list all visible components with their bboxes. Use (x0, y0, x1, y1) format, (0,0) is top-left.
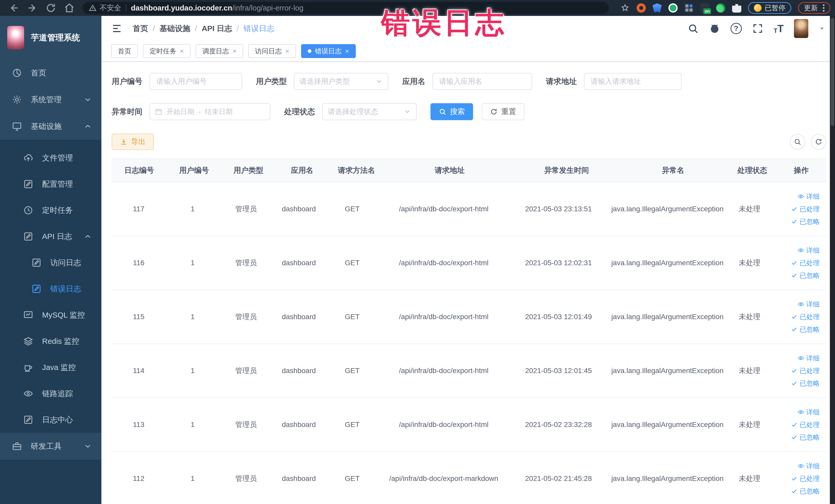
sidebar-item-api-log[interactable]: API 日志 (0, 223, 101, 249)
row-action-detail[interactable]: 详细 (797, 354, 820, 363)
grid-extension-icon[interactable] (684, 3, 694, 13)
toggle-search-button[interactable] (790, 134, 805, 149)
row-action-processed[interactable]: 已处理 (791, 474, 820, 483)
row-action-processed[interactable]: 已处理 (791, 313, 820, 321)
sidebar-item-error-log[interactable]: 错误日志 (0, 276, 101, 302)
check-icon (791, 206, 797, 212)
tab-error-log[interactable]: 错误日志× (301, 44, 356, 58)
fullscreen-icon[interactable] (752, 23, 763, 34)
row-action-detail[interactable]: 详细 (797, 246, 820, 255)
tab-access-log[interactable]: 访问日志× (248, 44, 296, 58)
extension-icon[interactable] (636, 3, 646, 13)
row-action-detail[interactable]: 详细 (797, 408, 820, 417)
row-action-ignored[interactable]: 已忽略 (791, 433, 820, 442)
green-extension-icon[interactable] (668, 3, 678, 13)
row-action-ignored[interactable]: 已忽略 (791, 325, 820, 334)
caret-down-icon[interactable] (819, 25, 825, 32)
refresh-icon[interactable] (45, 2, 57, 14)
tab-scheduled-tasks[interactable]: 定时任务× (143, 44, 190, 58)
row-action-detail[interactable]: 详细 (797, 462, 820, 471)
row-actions: 详细已处理已忽略 (773, 398, 826, 451)
tab-schedule-log[interactable]: 调度日志× (196, 44, 243, 58)
user-id-label: 用户编号 (111, 76, 142, 87)
close-icon[interactable]: × (345, 48, 349, 55)
column-header: 请求方法名 (329, 159, 384, 182)
exception-time-range-picker[interactable]: 开始日期 - 结束日期 (150, 103, 270, 120)
sidebar-item-log-center[interactable]: 日志中心 (0, 407, 101, 433)
browser-scrollbar[interactable] (830, 16, 835, 504)
reset-button[interactable]: 重置 (482, 103, 524, 120)
app-logo[interactable]: 芋道管理系统 (0, 16, 101, 60)
on-badge-extension-icon[interactable]: on (700, 3, 710, 13)
breadcrumb-item[interactable]: 首页 (133, 23, 148, 34)
row-action-processed[interactable]: 已处理 (791, 420, 820, 429)
process-status-select[interactable]: 请选择处理状态 (322, 103, 416, 120)
forward-icon[interactable] (27, 2, 38, 14)
shield-extension-icon[interactable] (652, 3, 662, 13)
row-action-detail[interactable]: 详细 (797, 192, 820, 201)
row-action-processed[interactable]: 已处理 (791, 205, 820, 214)
start-date-placeholder: 开始日期 (167, 107, 194, 116)
sprout-extension-icon[interactable] (716, 3, 726, 13)
sidebar-item-file-mgmt[interactable]: 文件管理 (0, 145, 101, 171)
sidebar-item-scheduled-tasks[interactable]: 定时任务 (0, 197, 101, 223)
close-icon[interactable]: × (232, 48, 237, 55)
table-cell: /api/infra/db-doc/export-html (379, 344, 508, 398)
sidebar-item-dev-tools[interactable]: 研发工具 (0, 433, 101, 460)
back-icon[interactable] (8, 2, 20, 14)
sidebar-item-system-mgmt[interactable]: 系统管理 (0, 86, 101, 113)
home-icon[interactable] (64, 2, 75, 14)
help-icon[interactable]: ? (731, 23, 742, 34)
sidebar-item-redis-monitor[interactable]: Redis 监控 (0, 328, 101, 354)
table-cell: dashboard (272, 452, 325, 504)
row-action-ignored[interactable]: 已忽略 (791, 271, 820, 280)
paused-extension-pill[interactable]: 已暂停 (748, 2, 791, 14)
sidebar-item-config-mgmt[interactable]: 配置管理 (0, 171, 101, 197)
row-action-processed[interactable]: 已处理 (791, 259, 820, 267)
address-bar[interactable]: 不安全 dashboard.yudao.iocoder.cn/infra/log… (83, 2, 609, 14)
breadcrumb-item[interactable]: API 日志 (202, 23, 232, 34)
table-cell: 管理员 (220, 452, 272, 504)
table-cell: java.lang.IllegalArgumentException (609, 398, 726, 451)
kebab-menu-icon[interactable] (823, 4, 824, 12)
row-action-ignored[interactable]: 已忽略 (791, 217, 820, 226)
extensions-puzzle-icon[interactable] (732, 3, 741, 13)
search-icon[interactable] (687, 23, 699, 34)
font-size-icon[interactable]: TT (774, 23, 784, 35)
table-cell: GET (325, 398, 379, 451)
sidebar-item-trace[interactable]: 链路追踪 (0, 381, 101, 407)
cloud-upload-icon (23, 153, 33, 163)
sidebar-item-mysql-monitor[interactable]: MySQL 监控 (0, 302, 101, 328)
app-name-input[interactable] (432, 73, 532, 90)
browser-update-button[interactable]: 更新 (798, 2, 830, 14)
close-icon[interactable]: × (180, 48, 184, 55)
table-cell: java.lang.IllegalArgumentException (609, 344, 726, 398)
search-button[interactable]: 搜索 (430, 103, 473, 120)
log-edit-icon (31, 284, 42, 294)
active-dot-icon (308, 49, 311, 53)
avatar[interactable] (794, 19, 808, 38)
close-icon[interactable]: × (285, 48, 289, 55)
refresh-table-button[interactable] (811, 134, 826, 149)
scrollbar-thumb[interactable] (831, 18, 834, 126)
request-url-input[interactable] (584, 73, 681, 90)
sidebar-item-home[interactable]: 首页 (0, 60, 101, 86)
bookmark-star-icon[interactable] (620, 3, 630, 13)
sidebar-item-access-log[interactable]: 访问日志 (0, 249, 101, 276)
github-icon[interactable] (709, 23, 720, 34)
check-icon (791, 326, 797, 333)
sidebar-item-infrastructure[interactable]: 基础设施 (0, 113, 101, 140)
user-type-select[interactable]: 请选择用户类型 (294, 73, 388, 90)
row-action-ignored[interactable]: 已忽略 (791, 487, 820, 496)
table-cell: 116 (111, 236, 166, 289)
user-id-input[interactable] (150, 73, 242, 90)
tab-home[interactable]: 首页 (111, 44, 138, 58)
row-action-ignored[interactable]: 已忽略 (791, 379, 820, 388)
breadcrumb-item[interactable]: 基础设施 (159, 23, 190, 34)
export-button[interactable]: 导出 (111, 134, 154, 150)
sidebar-item-java-monitor[interactable]: Java 监控 (0, 354, 101, 381)
row-action-detail[interactable]: 详细 (797, 300, 820, 309)
sidebar-toggle-icon[interactable] (111, 23, 122, 34)
check-icon (791, 380, 797, 387)
row-action-processed[interactable]: 已处理 (791, 366, 820, 375)
